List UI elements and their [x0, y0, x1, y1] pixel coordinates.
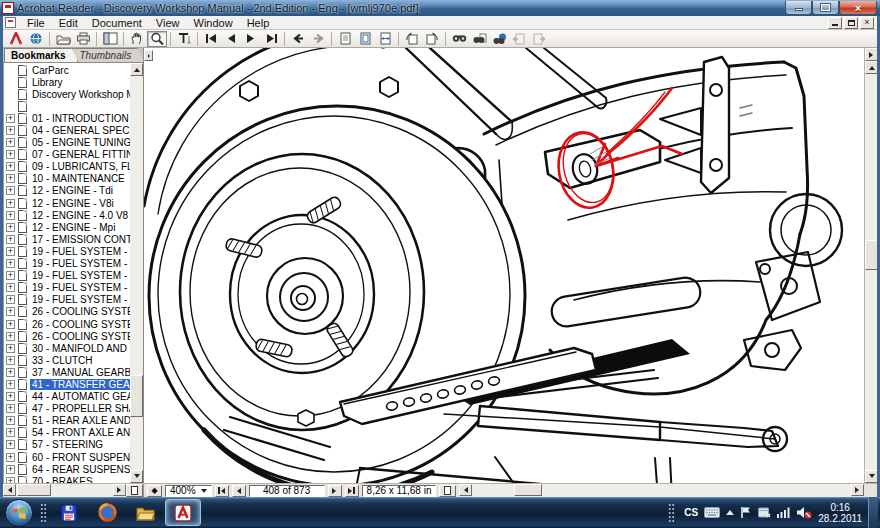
taskbar-adobe-reader[interactable]: [165, 499, 201, 526]
expand-plus-icon[interactable]: [6, 453, 15, 462]
text-select-tool-icon[interactable]: [174, 31, 194, 47]
bookmark-item[interactable]: 12 - ENGINE - V8i: [4, 197, 130, 209]
bookmark-item[interactable]: 30 - MANIFOLD AND EXHA: [4, 342, 130, 354]
menu-file[interactable]: File: [20, 17, 52, 29]
bookmark-item[interactable]: 01 - INTRODUCTION: [4, 112, 130, 124]
bookmark-item[interactable]: 19 - FUEL SYSTEM - Tdi: [4, 245, 130, 257]
expand-plus-icon[interactable]: [6, 114, 15, 123]
go-to-previous-view-icon[interactable]: [288, 31, 308, 47]
bookmark-item[interactable]: [4, 100, 130, 112]
bookmark-item[interactable]: 33 - CLUTCH: [4, 354, 130, 366]
expand-plus-icon[interactable]: [6, 307, 15, 316]
bookmarks-horizontal-scrollbar[interactable]: [3, 484, 144, 497]
scroll-track[interactable]: [865, 74, 877, 470]
windows-update-icon[interactable]: [758, 507, 771, 519]
expand-plus-icon[interactable]: [6, 186, 15, 195]
search-icon[interactable]: [469, 31, 489, 47]
scroll-down-button[interactable]: [865, 470, 877, 483]
document-horizontal-scrollbar[interactable]: [459, 484, 864, 497]
scroll-up-button[interactable]: [865, 61, 877, 74]
expand-plus-icon[interactable]: [6, 356, 15, 365]
bookmark-item[interactable]: CarParc: [4, 64, 130, 76]
bookmarks-vertical-scrollbar[interactable]: [130, 63, 143, 483]
expand-plus-icon[interactable]: [6, 126, 15, 135]
menu-help[interactable]: Help: [240, 17, 277, 29]
bookmark-item[interactable]: 54 - FRONT AXLE AND FIN: [4, 427, 130, 439]
bookmark-options-button[interactable]: [126, 484, 143, 497]
page-indicator-box[interactable]: 408 of 873: [249, 485, 325, 497]
expand-plus-icon[interactable]: [6, 138, 15, 147]
document-vertical-scrollbar[interactable]: [864, 48, 877, 483]
show-hidden-icons-button[interactable]: [726, 506, 734, 515]
acrobat-logo-icon[interactable]: [6, 31, 26, 47]
previous-page-button[interactable]: [232, 485, 246, 497]
action-center-flag-icon[interactable]: [740, 506, 752, 519]
first-page-icon[interactable]: [201, 31, 221, 47]
tab-bookmarks[interactable]: Bookmarks: [4, 48, 78, 62]
scrollbar-menu-button[interactable]: [865, 48, 877, 61]
adobe-online-icon[interactable]: [26, 31, 46, 47]
actual-size-icon[interactable]: [335, 31, 355, 47]
scroll-left-button[interactable]: [459, 484, 472, 496]
maximize-button[interactable]: [812, 1, 839, 15]
expand-plus-icon[interactable]: [6, 211, 15, 220]
scroll-right-button[interactable]: [851, 484, 864, 496]
expand-plus-icon[interactable]: [6, 223, 15, 232]
expand-plus-icon[interactable]: [6, 477, 15, 483]
scroll-track[interactable]: [130, 76, 143, 470]
close-button[interactable]: ×: [839, 1, 877, 15]
hand-tool-icon[interactable]: [127, 31, 147, 47]
bookmark-item[interactable]: 26 - COOLING SYSTEM - V: [4, 318, 130, 330]
bookmark-item[interactable]: 26 - COOLING SYSTEM - T: [4, 306, 130, 318]
expand-plus-icon[interactable]: [6, 235, 15, 244]
first-page-button[interactable]: [215, 485, 229, 497]
print-icon[interactable]: [73, 31, 93, 47]
network-signal-icon[interactable]: [777, 507, 790, 518]
expand-plus-icon[interactable]: [6, 465, 15, 474]
scroll-up-button[interactable]: [130, 63, 143, 76]
expand-plus-icon[interactable]: [6, 271, 15, 280]
bookmark-item[interactable]: 60 - FRONT SUSPENSION: [4, 451, 130, 463]
expand-plus-icon[interactable]: [6, 320, 15, 329]
previous-page-icon[interactable]: [221, 31, 241, 47]
show-desktop-button[interactable]: [868, 497, 878, 528]
fit-width-icon[interactable]: [375, 31, 395, 47]
bookmark-item[interactable]: 05 - ENGINE TUNING DAT: [4, 137, 130, 149]
rotate-view-right-icon[interactable]: [422, 31, 442, 47]
rotate-view-left-icon[interactable]: [402, 31, 422, 47]
language-indicator[interactable]: CS: [684, 507, 698, 518]
bookmark-item[interactable]: 19 - FUEL SYSTEM - Mpi: [4, 282, 130, 294]
mdi-close-button[interactable]: ×: [860, 17, 874, 29]
expand-plus-icon[interactable]: [6, 368, 15, 377]
bookmark-item[interactable]: 04 - GENERAL SPECIFICA: [4, 124, 130, 136]
scroll-track[interactable]: [16, 484, 113, 497]
scroll-track[interactable]: [472, 484, 851, 497]
tab-thumbnails[interactable]: Thumbnails: [72, 48, 144, 62]
menu-view[interactable]: View: [149, 17, 187, 29]
bookmark-item[interactable]: 17 - EMISSION CONTROL: [4, 233, 130, 245]
expand-plus-icon[interactable]: [6, 247, 15, 256]
zoom-tool-icon[interactable]: [147, 31, 167, 47]
scroll-right-button[interactable]: [113, 484, 126, 496]
menu-window[interactable]: Window: [187, 17, 240, 29]
show-hide-navigation-pane-icon[interactable]: [100, 31, 120, 47]
bookmark-item[interactable]: 70 - BRAKES: [4, 475, 130, 483]
previous-highlight-icon[interactable]: [509, 31, 529, 47]
menu-edit[interactable]: Edit: [52, 17, 85, 29]
bookmark-item[interactable]: 10 - MAINTENANCE: [4, 173, 130, 185]
expand-plus-icon[interactable]: [6, 416, 15, 425]
bookmark-item[interactable]: 09 - LUBRICANTS, FLUID: [4, 161, 130, 173]
expand-plus-icon[interactable]: [6, 404, 15, 413]
expand-plus-icon[interactable]: [6, 150, 15, 159]
mdi-restore-button[interactable]: [844, 17, 858, 29]
bookmark-item[interactable]: 64 - REAR SUSPENSION: [4, 463, 130, 475]
expand-plus-icon[interactable]: [6, 199, 15, 208]
mdi-minimize-button[interactable]: [828, 17, 842, 29]
start-button[interactable]: [5, 499, 33, 527]
zoom-menu-button[interactable]: ◆: [147, 485, 162, 497]
bookmark-item[interactable]: 51 - REAR AXLE AND FINA: [4, 415, 130, 427]
expand-plus-icon[interactable]: [6, 428, 15, 437]
next-page-button[interactable]: [328, 485, 342, 497]
last-page-button[interactable]: [345, 485, 359, 497]
search-results-icon[interactable]: [489, 31, 509, 47]
